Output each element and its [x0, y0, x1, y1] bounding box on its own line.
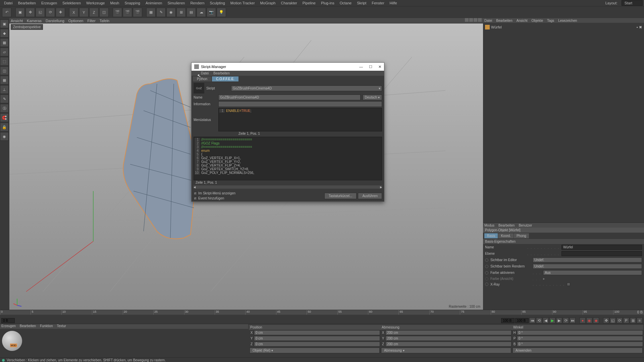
abm-z-input[interactable] — [385, 342, 512, 347]
obj-menu-datei[interactable]: Datei — [484, 19, 492, 22]
magnet-icon[interactable]: 🧲 — [0, 113, 9, 122]
menu-mesh[interactable]: Mesh — [107, 1, 122, 5]
menu-simulieren[interactable]: Simulieren — [165, 1, 187, 5]
menu-icon[interactable]: ≡ — [637, 317, 643, 323]
dlg-menu-bearbeiten[interactable]: Bearbeiten — [213, 71, 229, 75]
render-region-icon[interactable]: 🎬 — [123, 8, 132, 17]
cube-primitive-icon[interactable]: ▦ — [146, 8, 156, 17]
axis-y-icon[interactable]: Y — [79, 8, 89, 17]
axis-x-icon[interactable]: X — [69, 8, 78, 17]
undo-icon[interactable]: ↶ — [2, 8, 11, 17]
move-icon[interactable]: ✥ — [25, 8, 35, 17]
radio-icon[interactable] — [485, 271, 488, 275]
attr-menu-modus[interactable]: Modus — [484, 224, 494, 227]
vp-nav-icon[interactable] — [478, 18, 482, 22]
vp-menu-filter[interactable]: Filter — [87, 19, 95, 23]
goto-start-icon[interactable]: ⏮ — [529, 317, 535, 323]
menu-hilfe[interactable]: Hilfe — [387, 1, 400, 5]
prev-key-icon[interactable]: ⟲ — [536, 317, 542, 323]
rot-key-icon[interactable]: ⟳ — [616, 317, 623, 323]
prev-frame-icon[interactable]: ◀ — [543, 317, 549, 323]
menu-werkzeuge[interactable]: Werkzeuge — [84, 1, 107, 5]
tab-python[interactable]: Python — [193, 76, 211, 81]
mat-menu-textur[interactable]: Textur — [57, 324, 66, 329]
menu-motiontracker[interactable]: Motion Tracker — [228, 1, 258, 5]
layout-dropdown[interactable]: Start — [622, 0, 643, 6]
maximize-icon[interactable]: ☐ — [369, 65, 372, 69]
win-p-input[interactable] — [517, 336, 643, 341]
coord-icon[interactable]: ◫ — [99, 8, 109, 17]
camera-icon[interactable]: 📷 — [207, 8, 216, 17]
model-mode-icon[interactable]: ◆ — [0, 29, 9, 38]
pla-key-icon[interactable]: ⊞ — [630, 317, 636, 323]
render-icon[interactable]: 🎬 — [113, 8, 122, 17]
nurbs-icon[interactable]: ◉ — [166, 8, 176, 17]
shortcut-button[interactable]: Tastaturkürzel... — [324, 193, 357, 199]
lang-dropdown[interactable]: Deutsch ▾ — [363, 95, 382, 100]
light-icon[interactable]: 💡 — [217, 8, 226, 17]
render-settings-icon[interactable]: 🎬 — [133, 8, 142, 17]
attr-menu-bearbeiten[interactable]: Bearbeiten — [498, 224, 515, 227]
make-editable-icon[interactable]: ▣ — [0, 19, 9, 28]
skript-dropdown[interactable]: GoZBrushFromCinema4D▾ — [231, 85, 382, 91]
menu-pipeline[interactable]: Pipeline — [300, 1, 318, 5]
object-row[interactable]: Würfel ▪ ✖ — [484, 24, 643, 30]
menu-bearbeiten[interactable]: Bearbeiten — [15, 1, 39, 5]
close-icon[interactable]: ✕ — [378, 65, 381, 69]
menu-octane[interactable]: Octane — [337, 1, 354, 5]
attr-menu-benutzer[interactable]: Benutzer — [519, 224, 532, 227]
array-icon[interactable]: ⊞ — [176, 8, 186, 17]
workplane-icon[interactable]: ▱ — [0, 48, 9, 56]
abm-y-input[interactable] — [385, 336, 512, 341]
texture-mode-icon[interactable]: ▦ — [0, 38, 9, 47]
name-input[interactable] — [218, 95, 361, 100]
tab-basis[interactable]: Basis — [484, 233, 498, 238]
pos-z-input[interactable] — [254, 342, 380, 347]
mat-menu-erzeugen[interactable]: Erzeugen — [1, 324, 16, 329]
frame-current-input[interactable] — [501, 318, 515, 323]
win-h-input[interactable] — [517, 330, 643, 335]
axis-z-icon[interactable]: Z — [89, 8, 99, 17]
abm-x-input[interactable] — [385, 330, 512, 335]
polygon-mode-icon[interactable]: ▦ — [0, 76, 9, 84]
menu-fenster[interactable]: Fenster — [369, 1, 387, 5]
coord-apply-button[interactable]: Anwenden — [513, 348, 643, 353]
radio-icon[interactable] — [485, 258, 488, 262]
menu-selektieren[interactable]: Selektieren — [60, 1, 84, 5]
pos-x-input[interactable] — [254, 330, 380, 335]
obj-menu-bearbeiten[interactable]: Bearbeiten — [496, 19, 512, 22]
rotate-icon[interactable]: ⟳ — [46, 8, 55, 17]
point-mode-icon[interactable]: ⬚ — [0, 57, 9, 66]
timeline[interactable]: 0 5 10 15 20 25 30 35 40 45 50 55 60 65 … — [0, 310, 644, 317]
menu-datei[interactable]: Datei — [1, 1, 15, 5]
coord-abm-button[interactable]: Abmessung ▾ — [381, 348, 511, 353]
execute-button[interactable]: Ausführen — [358, 193, 382, 199]
info-input[interactable] — [218, 101, 382, 107]
attr-render-drop[interactable]: Undef. — [533, 264, 642, 269]
play-icon[interactable]: ▶ — [549, 317, 555, 323]
show-in-menu-checkbox[interactable]: ✓ — [194, 192, 197, 195]
minimize-icon[interactable]: — — [359, 65, 363, 69]
record-icon[interactable]: ● — [580, 317, 586, 323]
menu-animieren[interactable]: Animieren — [143, 1, 165, 5]
attr-editor-drop[interactable]: Undef. — [533, 257, 642, 262]
frame-start-input[interactable] — [1, 318, 15, 323]
select-icon[interactable]: ▣ — [15, 8, 25, 17]
menu-erzeugen[interactable]: Erzeugen — [39, 1, 60, 5]
mat-menu-bearbeiten[interactable]: Bearbeiten — [20, 324, 36, 329]
dlg-menu-datei[interactable]: Datei — [201, 71, 209, 75]
main-code-editor[interactable]: 1//=========================2//GOZ Flags… — [194, 137, 382, 180]
dialog-titlebar[interactable]: Skript-Manager — ☐ ✕ — [192, 63, 384, 71]
radio-icon[interactable] — [485, 283, 488, 286]
next-key-icon[interactable]: ⟳ — [563, 317, 569, 323]
frame-total-input[interactable] — [515, 318, 529, 323]
environment-icon[interactable]: ☁ — [197, 8, 206, 17]
radio-icon[interactable] — [485, 265, 488, 268]
menustatus-code[interactable]: 1ENABLE=TRUE; — [218, 108, 382, 131]
obj-menu-tags[interactable]: Tags — [547, 19, 554, 22]
xray-checkbox[interactable] — [567, 283, 570, 286]
vp-menu-ansicht[interactable]: Ansicht — [11, 19, 23, 23]
vp-menu-optionen[interactable]: Optionen — [68, 19, 84, 23]
axis-mode-icon[interactable]: ⊥ — [0, 85, 9, 94]
menu-mograph[interactable]: MoGraph — [258, 1, 278, 5]
